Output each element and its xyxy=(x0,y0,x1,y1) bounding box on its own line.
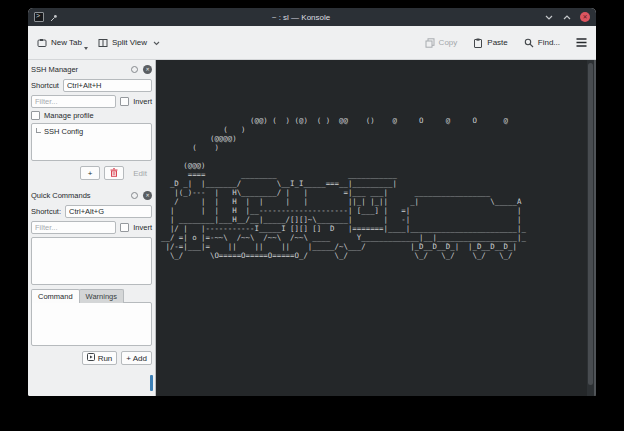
ssh-manager-title: SSH Manager xyxy=(31,65,131,74)
qc-shortcut-input[interactable] xyxy=(65,205,152,218)
qc-command-editor[interactable] xyxy=(31,302,152,346)
split-view-button[interactable]: Split View xyxy=(98,38,160,48)
tree-item-ssh-config[interactable]: SSH Config xyxy=(34,127,149,136)
ssh-manager-float-button[interactable] xyxy=(131,66,138,73)
qc-filter-input[interactable] xyxy=(31,221,116,234)
ssh-shortcut-input[interactable] xyxy=(63,79,152,92)
terminal-scrollbar[interactable] xyxy=(587,60,594,396)
ssh-shortcut-label: Shortcut xyxy=(31,81,59,90)
ssh-add-button[interactable]: + xyxy=(80,166,100,180)
manage-profile-label: Manage profile xyxy=(44,111,94,120)
qc-add-button[interactable]: + Add xyxy=(121,351,152,365)
panel-scrollbar-thumb[interactable] xyxy=(150,375,153,391)
ssh-config-tree[interactable]: SSH Config xyxy=(31,123,152,161)
terminal-view[interactable]: (@@) ( ) (@) ( ) @@ () @ O @ O @ ( ) (@@… xyxy=(156,60,596,396)
quick-commands-float-button[interactable] xyxy=(131,192,138,199)
copy-button[interactable]: Copy xyxy=(425,38,458,48)
side-panel-column: SSH Manager Shortcut Invert Manage profi… xyxy=(28,60,156,396)
quick-commands-title: Quick Commands xyxy=(31,191,131,200)
toolbar: New Tab Split View Copy Paste xyxy=(28,26,596,60)
ssh-filter-input[interactable] xyxy=(31,95,116,108)
run-icon xyxy=(87,353,95,363)
trash-icon xyxy=(110,168,118,179)
quick-commands-close-button[interactable] xyxy=(143,191,152,200)
split-view-icon xyxy=(98,38,108,48)
find-button[interactable]: Find... xyxy=(524,38,560,48)
search-icon xyxy=(524,38,534,48)
hamburger-menu-button[interactable] xyxy=(576,38,587,47)
quick-commands-list[interactable] xyxy=(31,237,152,285)
ssh-invert-label: Invert xyxy=(133,97,152,106)
titlebar: ~ : sl — Konsole xyxy=(28,8,596,26)
copy-icon xyxy=(425,38,435,48)
ssh-manager-panel: SSH Manager Shortcut Invert Manage profi… xyxy=(31,63,152,180)
quick-commands-panel: Quick Commands Shortcut: Invert Command … xyxy=(31,189,152,365)
close-button[interactable] xyxy=(580,12,590,22)
minimize-button[interactable] xyxy=(544,12,554,22)
pin-icon[interactable] xyxy=(50,8,58,26)
ssh-invert-checkbox[interactable] xyxy=(120,97,129,106)
qc-invert-label: Invert xyxy=(133,223,152,232)
qc-run-button[interactable]: Run xyxy=(82,351,118,365)
new-tab-button[interactable]: New Tab xyxy=(37,38,82,48)
manage-profile-checkbox[interactable] xyxy=(31,111,40,120)
quick-commands-header: Quick Commands xyxy=(31,189,152,202)
maximize-button[interactable] xyxy=(562,12,572,22)
sl-train-ascii-art: (@@) ( ) (@) ( ) @@ () @ O @ O @ ( ) (@@… xyxy=(161,116,526,260)
new-tab-dropdown-caret[interactable] xyxy=(84,47,88,50)
tab-command[interactable]: Command xyxy=(31,289,80,303)
qc-invert-checkbox[interactable] xyxy=(120,223,129,232)
ssh-edit-button[interactable]: Edit xyxy=(128,166,152,180)
main-area: SSH Manager Shortcut Invert Manage profi… xyxy=(28,60,596,396)
paste-button[interactable]: Paste xyxy=(473,38,507,48)
terminal-scrollbar-thumb[interactable] xyxy=(588,63,593,385)
tree-branch-icon xyxy=(36,128,41,133)
new-tab-icon xyxy=(37,38,47,48)
hamburger-icon xyxy=(576,38,587,47)
konsole-app-icon xyxy=(34,12,44,22)
tab-warnings[interactable]: Warnings xyxy=(79,289,124,303)
ssh-manager-header: SSH Manager xyxy=(31,63,152,76)
qc-tabs: Command Warnings xyxy=(31,289,152,303)
konsole-window: ~ : sl — Konsole New Tab Split View xyxy=(28,8,596,396)
ssh-manager-close-button[interactable] xyxy=(143,65,152,74)
paste-icon xyxy=(473,38,483,48)
split-view-chevron-icon xyxy=(153,40,160,46)
qc-shortcut-label: Shortcut: xyxy=(31,207,61,216)
window-title: ~ : sl — Konsole xyxy=(58,13,544,22)
panel-divider xyxy=(31,180,152,188)
ssh-delete-button[interactable] xyxy=(104,166,124,180)
